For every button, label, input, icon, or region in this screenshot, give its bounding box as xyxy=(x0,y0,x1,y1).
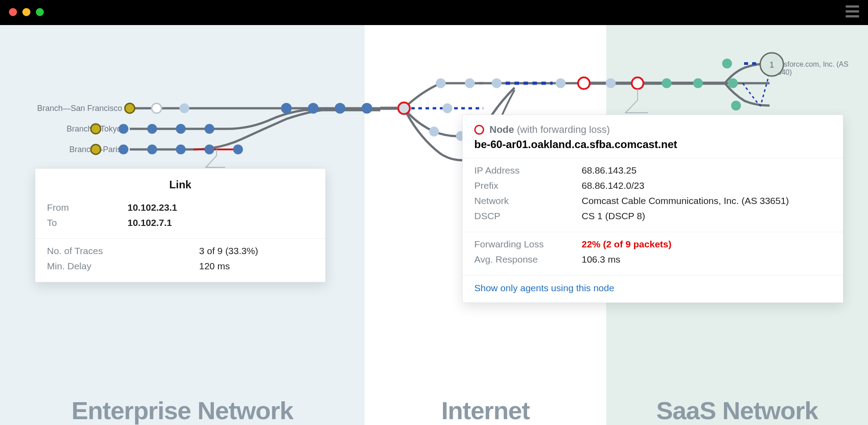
hop-node[interactable] xyxy=(492,78,502,88)
hop-node[interactable] xyxy=(436,78,446,88)
hop-node[interactable] xyxy=(179,103,189,113)
node-resp-value: 106.3 ms xyxy=(582,252,620,267)
destination-badge: 1 xyxy=(770,60,774,69)
hop-node[interactable] xyxy=(176,144,186,154)
link-popover-title: Link xyxy=(35,169,325,196)
close-icon[interactable] xyxy=(9,8,17,16)
hop-node[interactable] xyxy=(722,59,732,68)
label: From xyxy=(47,200,128,215)
hop-node[interactable] xyxy=(443,103,452,113)
hop-node[interactable] xyxy=(335,103,345,114)
label: IP Address xyxy=(474,163,582,178)
link-to-value: 10.102.7.1 xyxy=(128,215,172,230)
link-delay-value: 120 ms xyxy=(199,259,230,274)
callout-leader xyxy=(625,89,648,113)
node-detail-value: CS 1 (DSCP 8) xyxy=(582,208,645,224)
label: No. of Traces xyxy=(47,243,199,259)
hop-node[interactable] xyxy=(556,78,566,88)
node-popover-heading: Node (with forwarding loss) xyxy=(489,124,610,136)
loss-ring-icon xyxy=(474,125,484,135)
hop-node[interactable] xyxy=(606,78,616,88)
label: Prefix xyxy=(474,178,582,193)
loss-node[interactable] xyxy=(632,77,643,89)
hop-node[interactable] xyxy=(176,124,186,134)
hop-node[interactable] xyxy=(465,78,475,88)
hop-node[interactable] xyxy=(281,103,292,114)
agent-node[interactable] xyxy=(91,124,101,134)
zoom-icon[interactable] xyxy=(36,8,44,16)
agent-node[interactable] xyxy=(125,103,135,113)
hamburger-menu-icon[interactable] xyxy=(846,5,859,17)
destination-node[interactable]: 1 xyxy=(760,53,783,76)
loss-node[interactable] xyxy=(578,77,590,89)
minimize-icon[interactable] xyxy=(22,8,30,16)
loss-node[interactable] xyxy=(398,102,410,114)
hop-node[interactable] xyxy=(662,78,672,88)
label: Forwarding Loss xyxy=(474,237,582,252)
hop-node[interactable] xyxy=(204,144,214,154)
hop-node[interactable] xyxy=(119,144,128,154)
hop-node[interactable] xyxy=(119,124,128,134)
traffic-lights xyxy=(9,8,44,16)
hop-node[interactable] xyxy=(362,103,372,114)
hop-node[interactable] xyxy=(152,103,162,113)
link-popover: Link From 10.102.23.1 To 10.102.7.1 No. … xyxy=(35,168,326,282)
hop-node[interactable] xyxy=(731,101,741,110)
node-detail-value: 68.86.143.25 xyxy=(582,163,637,178)
link-from-value: 10.102.23.1 xyxy=(128,200,177,215)
agent-node[interactable] xyxy=(91,144,101,154)
node-detail-value: Comcast Cable Communications, Inc. (AS 3… xyxy=(582,193,789,208)
hop-node[interactable] xyxy=(147,124,157,134)
window-titlebar xyxy=(0,0,868,25)
label: Min. Delay xyxy=(47,259,199,274)
hop-node[interactable] xyxy=(204,124,214,134)
hop-node[interactable] xyxy=(728,78,738,88)
node-hostname: be-60-ar01.oakland.ca.sfba.comcast.net xyxy=(463,138,843,158)
hop-node[interactable] xyxy=(233,144,243,154)
label: DSCP xyxy=(474,208,582,224)
link-traces-value: 3 of 9 (33.3%) xyxy=(199,243,258,259)
hop-node[interactable] xyxy=(429,127,439,136)
label: Avg. Response xyxy=(474,252,582,267)
node-detail-value: 68.86.142.0/23 xyxy=(582,178,644,193)
label: To xyxy=(47,215,128,230)
show-agents-link[interactable]: Show only agents using this node xyxy=(474,283,614,293)
hop-node[interactable] xyxy=(147,144,157,154)
hop-node[interactable] xyxy=(693,78,703,88)
node-popover: Node (with forwarding loss) be-60-ar01.o… xyxy=(462,115,843,303)
node-loss-value: 22% (2 of 9 packets) xyxy=(582,237,672,252)
hop-node[interactable] xyxy=(308,103,319,114)
label: Network xyxy=(474,193,582,208)
